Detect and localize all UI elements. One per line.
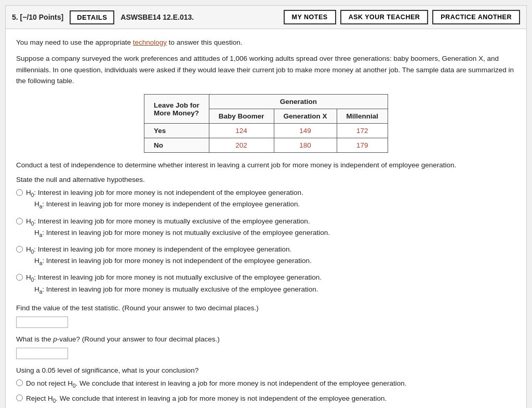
intro-line1: You may need to use the appropriate tech…: [16, 37, 516, 48]
find-statistic-text: Find the value of the test statistic. (R…: [16, 303, 516, 313]
conclusion-prompt: Using a 0.05 level of significance, what…: [16, 366, 516, 374]
h0-text-4: H0: Interest in leaving job for more mon…: [26, 272, 322, 284]
question-code: ASWSBE14 12.E.013.: [121, 13, 277, 21]
row-no-label: No: [144, 138, 209, 153]
conclusion-label-1: Do not reject H0. We conclude that inter…: [26, 378, 407, 390]
question-header: 5. [−/10 Points] DETAILS ASWSBE14 12.E.0…: [6, 6, 526, 29]
hypothesis-label-2: H0: Interest in leaving job for more mon…: [26, 216, 330, 239]
data-table-wrapper: Leave Job forMore Money? Generation Baby…: [16, 94, 516, 153]
row-yes-val1: 124: [209, 124, 274, 138]
pvalue-input[interactable]: [16, 348, 68, 359]
practice-another-button[interactable]: PRACTICE ANOTHER: [432, 10, 520, 24]
conclusion-radio-1[interactable]: [16, 379, 23, 386]
col-baby-boomer: Baby Boomer: [209, 109, 274, 124]
conclusion-radio-2[interactable]: [16, 394, 23, 401]
hypothesis-radio-4[interactable]: [16, 274, 23, 281]
conclusion-option-1: Do not reject H0. We conclude that inter…: [16, 378, 516, 390]
question-number: 5. [−/10 Points]: [12, 13, 63, 21]
hypothesis-label-4: H0: Interest in leaving job for more mon…: [26, 272, 322, 295]
h0-text-3: H0: Interest in leaving job for more mon…: [26, 244, 312, 256]
details-button[interactable]: DETAILS: [70, 10, 114, 24]
question-container: 5. [−/10 Points] DETAILS ASWSBE14 12.E.0…: [5, 5, 527, 408]
hypothesis-label-1: H0: Interest in leaving job for more mon…: [26, 188, 303, 210]
hypothesis-radio-3[interactable]: [16, 246, 23, 253]
table-row-yes: Yes 124 149 172: [144, 124, 388, 138]
hypothesis-option-4: H0: Interest in leaving job for more mon…: [16, 272, 516, 295]
row-header-cell: Leave Job forMore Money?: [144, 95, 209, 124]
hypothesis-option-3: H0: Interest in leaving job for more mon…: [16, 244, 516, 267]
h0-text-2: H0: Interest in leaving job for more mon…: [26, 216, 330, 228]
row-no-val3: 179: [337, 138, 388, 153]
ha-text-4: Ha: Interest in leaving job for more mon…: [26, 284, 322, 296]
technology-link[interactable]: technology: [133, 38, 167, 46]
hypotheses-radio-group: H0: Interest in leaving job for more mon…: [16, 188, 516, 296]
hypothesis-radio-2[interactable]: [16, 218, 23, 225]
col-generation-x: Generation X: [274, 109, 337, 124]
row-yes-val3: 172: [337, 124, 388, 138]
row-yes-val2: 149: [274, 124, 337, 138]
conclusion-label-2: Reject H0. We conclude that interest in …: [26, 393, 387, 405]
survey-description: Suppose a company surveyed the work pref…: [16, 53, 516, 87]
ha-text-1: Ha: Interest in leaving job for more mon…: [26, 199, 303, 210]
generation-header-cell: Generation: [209, 95, 388, 109]
row-no-val2: 180: [274, 138, 337, 153]
hypothesis-radio-1[interactable]: [16, 189, 23, 196]
survey-data-table: Leave Job forMore Money? Generation Baby…: [144, 94, 388, 153]
intro-prefix: You may need to use the appropriate: [16, 38, 133, 46]
conclusion-option-2: Reject H0. We conclude that interest in …: [16, 393, 516, 405]
hypothesis-option-1: H0: Interest in leaving job for more mon…: [16, 188, 516, 210]
table-row-no: No 202 180 179: [144, 138, 388, 153]
leave-job-header: Leave Job forMore Money?: [154, 101, 200, 117]
ha-text-2: Ha: Interest in leaving job for more mon…: [26, 228, 330, 239]
hypothesis-option-2: H0: Interest in leaving job for more mon…: [16, 216, 516, 239]
ask-teacher-button[interactable]: ASK YOUR TEACHER: [340, 10, 429, 24]
header-action-buttons: MY NOTES ASK YOUR TEACHER PRACTICE ANOTH…: [284, 10, 520, 24]
row-yes-label: Yes: [144, 124, 209, 138]
generation-label: Generation: [280, 98, 317, 106]
pvalue-label: What is the p-value? (Round your answer …: [16, 334, 516, 345]
h0-text-1: H0: Interest in leaving job for more mon…: [26, 188, 303, 199]
row-no-val1: 202: [209, 138, 274, 153]
col-millennial: Millennial: [337, 109, 388, 124]
conduct-text: Conduct a test of independence to determ…: [16, 160, 516, 170]
question-content: You may need to use the appropriate tech…: [6, 29, 526, 408]
ha-text-3: Ha: Interest in leaving job for more mon…: [26, 256, 312, 267]
test-statistic-input[interactable]: [16, 317, 68, 328]
conclusion-radio-group: Do not reject H0. We conclude that inter…: [16, 378, 516, 408]
hypothesis-label-3: H0: Interest in leaving job for more mon…: [26, 244, 312, 267]
p-italic: p: [53, 335, 57, 343]
my-notes-button[interactable]: MY NOTES: [284, 10, 336, 24]
intro-suffix: to answer this question.: [167, 38, 243, 46]
state-hypotheses-text: State the null and alternative hypothese…: [16, 176, 516, 183]
